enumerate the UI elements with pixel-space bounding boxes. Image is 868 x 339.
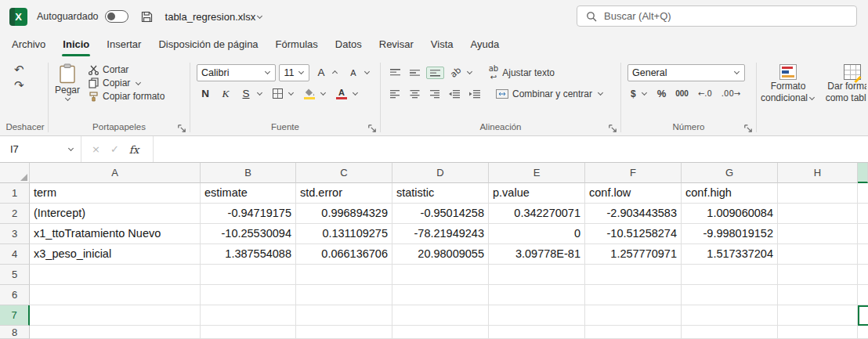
cell-f3[interactable]: -10.51258274 xyxy=(585,224,682,244)
cell[interactable] xyxy=(296,285,392,305)
number-format-select[interactable]: General xyxy=(627,64,745,81)
cell[interactable] xyxy=(296,326,392,339)
format-painter-button[interactable]: Copiar formato xyxy=(85,90,168,103)
cell[interactable] xyxy=(296,265,392,285)
italic-button[interactable]: K xyxy=(217,87,234,101)
cancel-button[interactable]: × xyxy=(92,143,100,155)
cell[interactable] xyxy=(201,285,296,305)
cell-g2[interactable]: 1.009060084 xyxy=(682,204,778,224)
cell-d3[interactable]: -78.21949243 xyxy=(392,224,489,244)
bold-button[interactable]: N xyxy=(197,87,214,100)
cell-c4[interactable]: 0.066136706 xyxy=(296,244,392,265)
row-header-2[interactable]: 2 xyxy=(0,204,30,224)
cell-d1[interactable]: statistic xyxy=(392,183,489,204)
cell[interactable] xyxy=(585,265,682,285)
insert-function-button[interactable]: fx xyxy=(129,143,139,156)
align-left-button[interactable] xyxy=(387,88,403,99)
cell-a3[interactable]: x1_ttoTratamiento Nuevo xyxy=(30,224,201,244)
cell-c3[interactable]: 0.131109275 xyxy=(296,224,392,244)
cell[interactable] xyxy=(489,326,585,339)
cell-e4[interactable]: 3.09778E-81 xyxy=(489,244,585,265)
align-center-button[interactable] xyxy=(407,88,423,99)
number-dialog-launcher[interactable] xyxy=(743,124,753,133)
cell-i7-selected[interactable] xyxy=(858,305,868,326)
clipboard-dialog-launcher[interactable] xyxy=(177,124,186,133)
tab-vista[interactable]: Vista xyxy=(422,33,462,58)
currency-format-button[interactable]: $ xyxy=(627,88,651,100)
comma-format-button[interactable]: 000 xyxy=(672,88,692,99)
formula-input[interactable] xyxy=(154,136,868,162)
column-header-b[interactable]: B xyxy=(201,163,296,183)
decrease-font-size-button[interactable]: A xyxy=(345,67,374,78)
font-name-select[interactable]: Calibri xyxy=(197,64,276,81)
decrease-indent-button[interactable] xyxy=(446,88,463,99)
cell[interactable] xyxy=(30,265,201,285)
fill-color-button[interactable] xyxy=(301,88,330,100)
column-header-i-partial[interactable] xyxy=(858,163,868,183)
cell-c2[interactable]: 0.996894329 xyxy=(296,204,392,224)
tab-datos[interactable]: Datos xyxy=(327,33,371,58)
cell-f4[interactable]: 1.257770971 xyxy=(585,244,682,265)
copy-button[interactable]: Copiar xyxy=(85,77,168,89)
font-color-button[interactable]: A xyxy=(333,88,362,100)
tab-disposicion[interactable]: Disposición de página xyxy=(150,33,266,58)
cell[interactable] xyxy=(682,265,778,285)
cell-f2[interactable]: -2.903443583 xyxy=(585,204,682,224)
cell-b1[interactable]: estimate xyxy=(201,183,296,204)
column-header-g[interactable]: G xyxy=(682,163,778,183)
cell-b4[interactable]: 1.387554088 xyxy=(201,244,296,265)
percent-format-button[interactable]: % xyxy=(654,87,670,100)
select-all-button[interactable] xyxy=(0,163,30,183)
cell[interactable] xyxy=(682,305,778,326)
cell[interactable] xyxy=(201,265,296,285)
cell-b3[interactable]: -10.25530094 xyxy=(201,224,296,244)
cell-h1[interactable] xyxy=(778,183,858,204)
cell-a1[interactable]: term xyxy=(30,183,201,204)
increase-indent-button[interactable] xyxy=(466,88,483,99)
tab-inicio[interactable]: Inicio xyxy=(54,33,98,58)
cell[interactable] xyxy=(778,326,858,339)
cell[interactable] xyxy=(858,204,868,224)
cell[interactable] xyxy=(489,305,585,326)
font-dialog-launcher[interactable] xyxy=(367,124,377,133)
file-name[interactable]: tabla_regresion.xlsx xyxy=(165,11,256,23)
underline-button[interactable]: S xyxy=(237,87,266,100)
cell-g3[interactable]: -9.998019152 xyxy=(682,224,778,244)
cell-a2[interactable]: (Intercept) xyxy=(30,204,201,224)
cell-e1[interactable]: p.value xyxy=(489,183,585,204)
redo-button[interactable]: ↷ xyxy=(11,78,27,92)
cell-d4[interactable]: 20.98009055 xyxy=(392,244,489,265)
name-box[interactable]: I7 xyxy=(0,136,81,162)
tab-ayuda[interactable]: Ayuda xyxy=(462,33,508,58)
cell[interactable] xyxy=(682,285,778,305)
row-header-1[interactable]: 1 xyxy=(0,183,30,204)
cell-h3[interactable] xyxy=(778,224,858,244)
conditional-formatting-button[interactable]: Formato condicional xyxy=(758,62,819,135)
wrap-text-button[interactable]: ab ↩ Ajustar texto xyxy=(486,63,558,82)
cell-c1[interactable]: std.error xyxy=(296,183,392,204)
undo-button[interactable]: ↶ xyxy=(11,63,27,77)
align-top-button[interactable] xyxy=(387,67,403,78)
autosave-toggle[interactable] xyxy=(105,10,128,23)
align-bottom-button[interactable] xyxy=(426,67,444,79)
cell[interactable] xyxy=(858,265,868,285)
cell-d2[interactable]: -0.95014258 xyxy=(392,204,489,224)
cell[interactable] xyxy=(489,285,585,305)
row-header-5[interactable]: 5 xyxy=(0,265,30,285)
cell[interactable] xyxy=(682,326,778,339)
row-header-4[interactable]: 4 xyxy=(0,244,30,265)
cell[interactable] xyxy=(585,305,682,326)
cell[interactable] xyxy=(392,285,489,305)
merge-center-button[interactable]: Combinar y centrar xyxy=(493,88,607,100)
cell[interactable] xyxy=(30,326,201,339)
cell[interactable] xyxy=(30,285,201,305)
cell[interactable] xyxy=(858,326,868,339)
cell[interactable] xyxy=(778,265,858,285)
font-size-select[interactable]: 11 xyxy=(279,64,309,81)
tab-archivo[interactable]: Archivo xyxy=(3,33,54,58)
column-header-d[interactable]: D xyxy=(392,163,489,183)
increase-decimal-button[interactable]: ←.0 xyxy=(695,88,715,99)
decrease-decimal-button[interactable]: .00→ xyxy=(718,88,743,99)
column-header-h[interactable]: H xyxy=(778,163,858,183)
cell-e2[interactable]: 0.342270071 xyxy=(489,204,585,224)
